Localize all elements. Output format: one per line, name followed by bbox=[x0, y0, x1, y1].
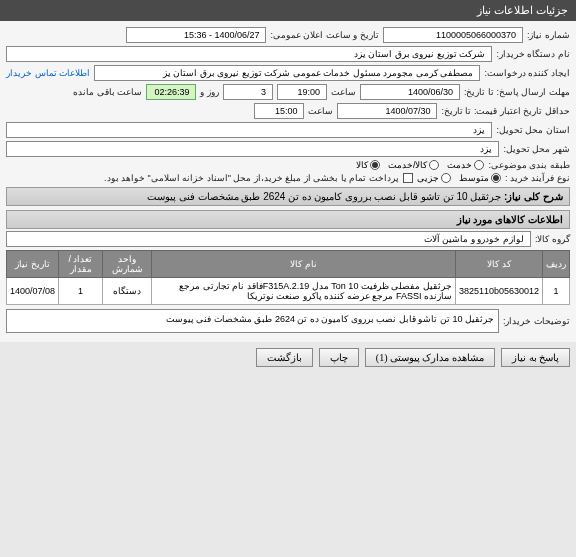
need-number-field: 1100005066000370 bbox=[383, 27, 523, 43]
radio-dot-selected-icon bbox=[491, 173, 501, 183]
price-time-field: 15:00 bbox=[254, 103, 304, 119]
cell-date: 1400/07/08 bbox=[7, 278, 59, 305]
radio-dot-icon bbox=[441, 173, 451, 183]
col-row: ردیف bbox=[543, 251, 570, 278]
purchase-type-radio-group: متوسط جزیی bbox=[417, 173, 501, 183]
radio-medium[interactable]: متوسط bbox=[459, 173, 501, 183]
purchase-type-label: نوع فرآیند خرید : bbox=[505, 173, 570, 183]
time-label-2: ساعت bbox=[308, 106, 333, 116]
radio-goods[interactable]: کالا bbox=[356, 160, 380, 170]
requester-field: مصطفی کرمی مجومرد مسئول خدمات عمومی شرکت… bbox=[94, 65, 480, 81]
cell-unit: دستگاه bbox=[102, 278, 151, 305]
col-date: تاریخ نیاز bbox=[7, 251, 59, 278]
remaining-label: ساعت باقی مانده bbox=[73, 87, 142, 97]
cell-idx: 1 bbox=[543, 278, 570, 305]
col-code: کد کالا bbox=[455, 251, 542, 278]
goods-group-field: لوازم خودرو و ماشین آلات bbox=[6, 231, 531, 247]
goods-table: ردیف کد کالا نام کالا واحد شمارش تعداد /… bbox=[6, 250, 570, 305]
province-field: یزد bbox=[6, 122, 492, 138]
public-announce-label: تاریخ و ساعت اعلان عمومی: bbox=[270, 30, 379, 40]
days-label: روز و bbox=[200, 87, 219, 97]
col-unit: واحد شمارش bbox=[102, 251, 151, 278]
countdown-timer: 02:26:39 bbox=[146, 84, 196, 100]
response-time-field: 19:00 bbox=[277, 84, 327, 100]
price-validity-label: حداقل تاریخ اعتبار قیمت: تا تاریخ: bbox=[441, 106, 570, 116]
days-field: 3 bbox=[223, 84, 273, 100]
treasury-checkbox[interactable] bbox=[403, 173, 413, 183]
province-label: استان محل تحویل: bbox=[496, 125, 570, 135]
buyer-label: نام دستگاه خریدار: bbox=[496, 49, 570, 59]
radio-minor[interactable]: جزیی bbox=[417, 173, 451, 183]
public-announce-field: 1400/06/27 - 15:36 bbox=[126, 27, 266, 43]
col-qty: تعداد / مقدار bbox=[59, 251, 103, 278]
print-button[interactable]: چاپ bbox=[319, 348, 359, 367]
need-desc-title: شرح کلی نیاز: جرثقیل 10 تن تاشو قابل نصب… bbox=[6, 187, 570, 206]
response-deadline-label: مهلت ارسال پاسخ: تا تاریخ: bbox=[464, 87, 570, 97]
payment-note: پرداخت تمام یا بخشی از مبلغ خرید،از محل … bbox=[104, 173, 399, 183]
radio-dot-icon bbox=[429, 160, 439, 170]
city-field: یزد bbox=[6, 141, 499, 157]
back-button[interactable]: بازگشت bbox=[256, 348, 313, 367]
cell-name: جرثقیل مفصلی ظرفیت Ton 10 مدل F315A.2.19… bbox=[152, 278, 456, 305]
goods-group-label: گروه کالا: bbox=[535, 234, 570, 244]
cell-code: 3825110b05630012 bbox=[455, 278, 542, 305]
table-row[interactable]: 1 3825110b05630012 جرثقیل مفصلی ظرفیت To… bbox=[7, 278, 570, 305]
cell-qty: 1 bbox=[59, 278, 103, 305]
radio-dot-icon bbox=[474, 160, 484, 170]
table-header-row: ردیف کد کالا نام کالا واحد شمارش تعداد /… bbox=[7, 251, 570, 278]
need-number-label: شماره نیاز: bbox=[527, 30, 570, 40]
radio-dot-selected-icon bbox=[370, 160, 380, 170]
radio-service[interactable]: خدمت bbox=[447, 160, 484, 170]
page-header: جزئیات اطلاعات نیاز bbox=[0, 0, 576, 21]
time-label-1: ساعت bbox=[331, 87, 356, 97]
price-date-field: 1400/07/30 bbox=[337, 103, 437, 119]
page-title: جزئیات اطلاعات نیاز bbox=[477, 4, 568, 16]
response-date-field: 1400/06/30 bbox=[360, 84, 460, 100]
button-row: پاسخ به نیاز مشاهده مدارک پیوستی (1) چاپ… bbox=[0, 342, 576, 373]
buyer-notes-label: توضیحات خریدار: bbox=[503, 316, 570, 326]
form-area: شماره نیاز: 1100005066000370 تاریخ و ساع… bbox=[0, 21, 576, 342]
category-radio-group: خدمت کالا/خدمت کالا bbox=[356, 160, 485, 170]
requester-label: ایجاد کننده درخواست: bbox=[484, 68, 570, 78]
col-name: نام کالا bbox=[152, 251, 456, 278]
contact-link[interactable]: اطلاعات تماس خریدار bbox=[6, 68, 90, 78]
radio-goods-service[interactable]: کالا/خدمت bbox=[388, 160, 440, 170]
category-label: طبقه بندی موضوعی: bbox=[488, 160, 570, 170]
city-label: شهر محل تحویل: bbox=[503, 144, 570, 154]
buyer-notes-box: جرثقیل 10 تن تاشو قابل نصب برروی کامیون … bbox=[6, 309, 499, 333]
attachments-button[interactable]: مشاهده مدارک پیوستی (1) bbox=[365, 348, 495, 367]
respond-button[interactable]: پاسخ به نیاز bbox=[501, 348, 570, 367]
buyer-field: شرکت توزیع نیروی برق استان یزد bbox=[6, 46, 492, 62]
goods-info-title: اطلاعات کالاهای مورد نیاز bbox=[6, 210, 570, 229]
